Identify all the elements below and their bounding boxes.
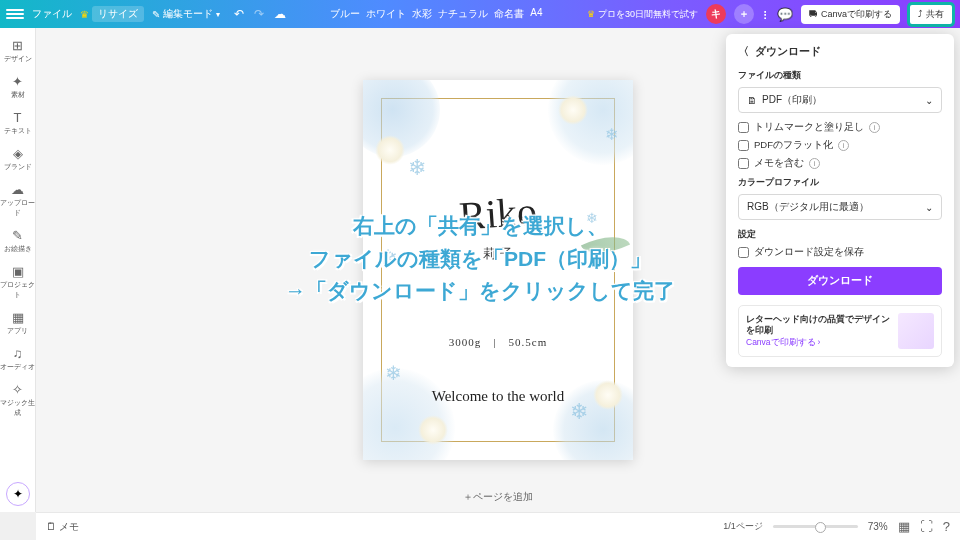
print-promo-card[interactable]: レターヘッド向けの品質でデザインを印刷 Canvaで印刷する›	[738, 305, 942, 357]
trim-marks-checkbox[interactable]: トリムマークと塗り足しi	[738, 121, 942, 134]
brand-icon: ◈	[13, 146, 23, 161]
sidebar-item-magic[interactable]: ✧マジック生成	[0, 378, 35, 422]
analytics-icon[interactable]: ⫶	[762, 7, 769, 22]
name-script-text[interactable]: Riko	[363, 181, 633, 247]
pencil-icon: ✎	[152, 9, 160, 20]
chevron-down-icon: ⌄	[925, 202, 933, 213]
promo-link[interactable]: Canvaで印刷する›	[746, 337, 891, 348]
flatten-pdf-checkbox[interactable]: PDFのフラット化i	[738, 139, 942, 152]
page-indicator[interactable]: 1/1ページ	[723, 520, 763, 533]
settings-label: 設定	[738, 228, 942, 241]
add-member-button[interactable]: ＋	[734, 4, 754, 24]
sidebar-item-upload[interactable]: ☁アップロード	[0, 178, 35, 222]
sidebar-item-audio[interactable]: ♫オーディオ	[0, 342, 35, 376]
panel-back-button[interactable]: 〈ダウンロード	[738, 44, 942, 59]
chevron-right-icon: ›	[818, 337, 821, 348]
promo-title: レターヘッド向けの品質でデザインを印刷	[746, 314, 890, 335]
file-type-label: ファイルの種類	[738, 69, 942, 82]
fullscreen-icon[interactable]: ⛶	[920, 519, 933, 534]
color-profile-label: カラープロファイル	[738, 176, 942, 189]
share-button[interactable]: ⤴共有	[908, 3, 954, 26]
undo-icon[interactable]: ↶	[234, 7, 244, 21]
edit-mode-menu[interactable]: ✎編集モード▾	[152, 7, 220, 21]
left-sidebar: ⊞デザイン ✦素材 Tテキスト ◈ブランド ☁アップロード ✎お絵描き ▣プロジ…	[0, 28, 36, 512]
help-icon[interactable]: ?	[943, 519, 950, 534]
download-button[interactable]: ダウンロード	[738, 267, 942, 295]
file-menu[interactable]: ファイル	[32, 7, 72, 21]
try-pro-button[interactable]: ♛プロを30日間無料で試す	[587, 8, 698, 21]
watercolor-blob	[363, 368, 455, 460]
crown-icon: ♛	[587, 9, 595, 19]
file-type-select[interactable]: 🗎PDF（印刷） ⌄	[738, 87, 942, 113]
info-icon[interactable]: i	[869, 122, 880, 133]
info-icon[interactable]: i	[838, 140, 849, 151]
resize-button[interactable]: ♛リサイズ	[80, 6, 144, 22]
bottom-toolbar: 🗒メモ 1/1ページ 73% ▦ ⛶ ?	[36, 512, 960, 540]
truck-icon: ⛟	[809, 9, 818, 19]
projects-icon: ▣	[12, 264, 24, 279]
snowflake-icon: ❄	[385, 361, 402, 385]
flower-decoration	[558, 95, 588, 125]
redo-icon[interactable]: ↷	[254, 7, 264, 21]
notes-icon: 🗒	[46, 521, 56, 532]
snowflake-icon: ❄	[408, 155, 426, 181]
design-icon: ⊞	[12, 38, 23, 53]
snowflake-icon: ❄	[605, 125, 618, 144]
flower-decoration	[375, 135, 405, 165]
print-with-canva-button[interactable]: ⛟Canvaで印刷する	[801, 5, 900, 24]
sidebar-item-draw[interactable]: ✎お絵描き	[0, 224, 35, 258]
watercolor-blob	[548, 80, 633, 165]
cloud-sync-icon[interactable]: ☁	[274, 7, 286, 21]
magic-icon: ✧	[12, 382, 23, 397]
crown-icon: ♛	[80, 9, 89, 20]
sidebar-item-elements[interactable]: ✦素材	[0, 70, 35, 104]
info-icon[interactable]: i	[809, 158, 820, 169]
elements-icon: ✦	[12, 74, 23, 89]
add-page-button[interactable]: ＋ページを追加	[463, 490, 533, 504]
comment-icon[interactable]: 💬	[777, 7, 793, 22]
magic-fab-button[interactable]: ✦	[6, 482, 30, 506]
user-avatar[interactable]: キ	[706, 4, 726, 24]
promo-thumbnail	[898, 313, 934, 349]
text-icon: T	[14, 110, 22, 125]
name-kanji-text[interactable]: 莉 子	[363, 245, 633, 263]
zoom-slider[interactable]	[773, 525, 858, 528]
sidebar-item-brand[interactable]: ◈ブランド	[0, 142, 35, 176]
flower-decoration	[418, 415, 448, 445]
draw-icon: ✎	[12, 228, 23, 243]
audio-icon: ♫	[13, 346, 23, 361]
upload-icon: ☁	[11, 182, 24, 197]
chevron-down-icon: ▾	[216, 10, 220, 19]
include-notes-checkbox[interactable]: メモを含むi	[738, 157, 942, 170]
menu-icon[interactable]	[6, 5, 24, 23]
grid-view-icon[interactable]: ▦	[898, 519, 910, 534]
notes-button[interactable]: 🗒メモ	[46, 520, 79, 534]
welcome-text[interactable]: Welcome to the world	[363, 388, 633, 405]
apps-icon: ▦	[12, 310, 24, 325]
sidebar-item-projects[interactable]: ▣プロジェクト	[0, 260, 35, 304]
chevron-left-icon: 〈	[738, 44, 749, 59]
color-profile-select[interactable]: RGB（デジタル用に最適）⌄	[738, 194, 942, 220]
top-toolbar: ファイル ♛リサイズ ✎編集モード▾ ↶ ↷ ☁ ブルーホワイト水彩ナチュラル命…	[0, 0, 960, 28]
birth-stats-text[interactable]: 3000g | 50.5cm	[363, 335, 633, 350]
sidebar-item-design[interactable]: ⊞デザイン	[0, 34, 35, 68]
zoom-value[interactable]: 73%	[868, 521, 888, 532]
chevron-down-icon: ⌄	[925, 95, 933, 106]
sidebar-item-apps[interactable]: ▦アプリ	[0, 306, 35, 340]
share-icon: ⤴	[918, 9, 923, 19]
pdf-icon: 🗎	[747, 95, 757, 106]
design-page[interactable]: ❄ ❄ ❄ ❄ ❄ ❄ Riko 莉 子 3000g | 50.5cm Welc…	[363, 80, 633, 460]
save-settings-checkbox[interactable]: ダウンロード設定を保存	[738, 246, 942, 259]
document-title[interactable]: ブルーホワイト水彩ナチュラル命名書A4	[294, 7, 579, 21]
sidebar-item-text[interactable]: Tテキスト	[0, 106, 35, 140]
download-panel: 〈ダウンロード ファイルの種類 🗎PDF（印刷） ⌄ トリムマークと塗り足しi …	[726, 34, 954, 367]
